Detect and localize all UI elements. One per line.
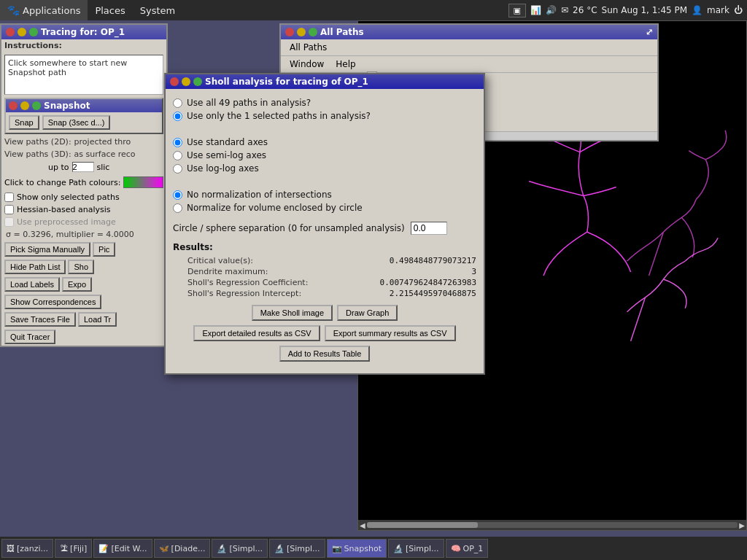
- hide-path-list-button[interactable]: Hide Path List: [4, 260, 66, 274]
- no-normalization-radio[interactable]: [173, 190, 182, 200]
- load-tr-button[interactable]: Load Tr: [78, 312, 117, 327]
- hessian-checkbox[interactable]: [4, 205, 14, 214]
- taskbar-top: 🐾 Applications Places System ▣ 📊 🔊 ✉ 26 …: [0, 0, 747, 20]
- sholl-final-row: Add to Results Table: [173, 346, 476, 362]
- show-correspondences-button[interactable]: Show Correspondences: [4, 295, 101, 309]
- scrollbar-track[interactable]: [367, 522, 738, 528]
- hessian-row: Hessian-based analysis: [1, 203, 166, 216]
- use-selected-paths-row: Use only the 1 selected paths in analysi…: [173, 109, 476, 122]
- taskbar-op1[interactable]: 🧠 OP_1: [446, 539, 489, 558]
- dendrite-row: Dendrite maximum: 3: [173, 266, 476, 277]
- sholl-analysis-window: Sholl analysis for tracing of OP_1 Use a…: [164, 73, 485, 375]
- taskbar-simpl2[interactable]: 🔬 [Simpl...: [269, 539, 325, 558]
- export-csv-button[interactable]: Export detailed results as CSV: [193, 325, 320, 341]
- make-sholl-image-button[interactable]: Make Sholl image: [252, 305, 333, 321]
- pick-sigma-button[interactable]: Pick Sigma Manually: [4, 242, 90, 257]
- circle-sep-input[interactable]: [411, 222, 447, 235]
- draw-graph-button[interactable]: Draw Graph: [337, 305, 398, 321]
- scroll-left-btn[interactable]: ◀: [360, 521, 365, 529]
- sholl-min-btn[interactable]: [182, 77, 190, 86]
- username: mark: [707, 5, 729, 15]
- upto-input[interactable]: [72, 162, 94, 172]
- terminal-icon[interactable]: ▣: [508, 4, 526, 18]
- snapshot-body: Snap Snap (3sec d...): [6, 112, 162, 133]
- tracing-window: Tracing for: OP_1 Instructions: Click so…: [0, 23, 168, 347]
- show-only-selected-checkbox[interactable]: [4, 192, 14, 202]
- taskbar-diade[interactable]: 🦋 [Diade...: [154, 539, 211, 558]
- tracing-close-btn[interactable]: [6, 28, 15, 36]
- use-selected-paths-label: Use only the 1 selected paths in analysi…: [187, 111, 371, 121]
- taskbar-simpl3[interactable]: 🔬 [Simpl...: [388, 539, 444, 558]
- export-summary-button[interactable]: Export summary results as CSV: [325, 325, 456, 341]
- snapshot-titlebar: Snapshot: [6, 99, 162, 112]
- sholl-body: Use all 49 paths in analysis? Use only t…: [166, 89, 484, 373]
- all-paths-title: All Paths: [320, 27, 364, 37]
- tracing-min-btn[interactable]: [18, 28, 26, 36]
- standard-axes-row: Use standard axes: [173, 136, 476, 149]
- pic-button[interactable]: Pic: [93, 242, 115, 257]
- sho-button[interactable]: Sho: [68, 260, 94, 274]
- places-menu[interactable]: Places: [88, 0, 132, 20]
- view2d-label: View paths (2D):: [4, 137, 71, 147]
- sholl-title: Sholl analysis for tracing of OP_1: [205, 77, 368, 87]
- taskbar-snapshot[interactable]: 📷 Snapshot: [327, 539, 387, 558]
- standard-axes-label: Use standard axes: [187, 137, 268, 147]
- view3d-value: as surface reco: [74, 149, 136, 159]
- critical-value-row: Critical value(s): 0.4984848779073217: [173, 255, 476, 266]
- power-icon[interactable]: ⏻: [734, 5, 743, 15]
- traces-btn-row: Save Traces File Load Tr: [1, 311, 166, 328]
- all-paths-menubar: All Paths: [281, 39, 657, 56]
- system-menu[interactable]: System: [133, 0, 182, 20]
- axes-options-section: Use standard axes Use semi-log axes Use …: [173, 136, 476, 175]
- normalize-circle-radio[interactable]: [173, 203, 182, 213]
- tracing-max-btn[interactable]: [29, 28, 38, 36]
- user-icon: 👤: [692, 5, 703, 15]
- intercept-row: Sholl's Regression Intercept: 2.21544959…: [173, 288, 476, 299]
- load-labels-button[interactable]: Load Labels: [4, 277, 60, 292]
- critical-label: Critical value(s):: [187, 256, 253, 265]
- log-log-radio[interactable]: [173, 164, 182, 174]
- snap3sec-button[interactable]: Snap (3sec d...): [42, 115, 111, 130]
- op1-taskbar-label: OP_1: [463, 544, 484, 553]
- upto-label: up to: [48, 163, 69, 172]
- taskbar-zanzi[interactable]: 🖼 [zanzi...: [1, 539, 53, 558]
- color-bar[interactable]: [123, 176, 163, 188]
- sholl-action-btn-row: Make Sholl image Draw Graph: [173, 305, 476, 321]
- window-menu-item[interactable]: Window: [284, 58, 330, 71]
- snapshot-title: Snapshot: [44, 101, 90, 111]
- sholl-max-btn[interactable]: [193, 77, 202, 86]
- add-results-button[interactable]: Add to Results Table: [279, 346, 371, 362]
- use-all-paths-radio[interactable]: [173, 98, 182, 108]
- applications-menu[interactable]: 🐾 Applications: [0, 0, 88, 20]
- snapshot-max-btn[interactable]: [32, 101, 41, 110]
- view-paths-3d-row: View paths (3D): as surface reco: [1, 148, 166, 160]
- scroll-right-btn[interactable]: ▶: [739, 521, 745, 529]
- regression-label: Sholl's Regression Coefficient:: [187, 278, 308, 287]
- save-traces-button[interactable]: Save Traces File: [4, 312, 76, 327]
- all-paths-close-btn[interactable]: [285, 28, 294, 36]
- semi-log-label: Use semi-log axes: [187, 150, 266, 160]
- instructions-label: Instructions:: [1, 39, 166, 52]
- snap-button[interactable]: Snap: [9, 115, 39, 130]
- all-paths-min-btn[interactable]: [297, 28, 306, 36]
- log-log-row: Use log-log axes: [173, 162, 476, 175]
- expo-button[interactable]: Expo: [62, 277, 92, 292]
- taskbar-fiji[interactable]: 🏝 [Fiji]: [55, 539, 92, 558]
- snapshot-min-btn[interactable]: [20, 101, 29, 110]
- help-menu-item[interactable]: Help: [330, 58, 361, 71]
- sholl-titlebar: Sholl analysis for tracing of OP_1: [166, 74, 484, 89]
- quit-tracer-button[interactable]: Quit Tracer: [4, 330, 55, 344]
- taskbar-editw[interactable]: 📝 [Edit W...: [93, 539, 152, 558]
- view-paths-2d-row: View paths (2D): projected thro: [1, 136, 166, 148]
- taskbar-simpl1[interactable]: 🔬 [Simpl...: [212, 539, 268, 558]
- use-selected-paths-radio[interactable]: [173, 112, 182, 121]
- standard-axes-radio[interactable]: [173, 138, 182, 147]
- all-paths-max-btn[interactable]: [309, 28, 317, 36]
- all-paths-tab[interactable]: All Paths: [284, 41, 333, 54]
- snapshot-close-btn[interactable]: [9, 101, 18, 110]
- sholl-close-btn[interactable]: [170, 77, 179, 86]
- results-title: Results:: [173, 242, 476, 252]
- semi-log-radio[interactable]: [173, 151, 182, 160]
- show-only-selected-row: Show only selected paths: [1, 191, 166, 203]
- sigma-btn-row: Pick Sigma Manually Pic: [1, 241, 166, 258]
